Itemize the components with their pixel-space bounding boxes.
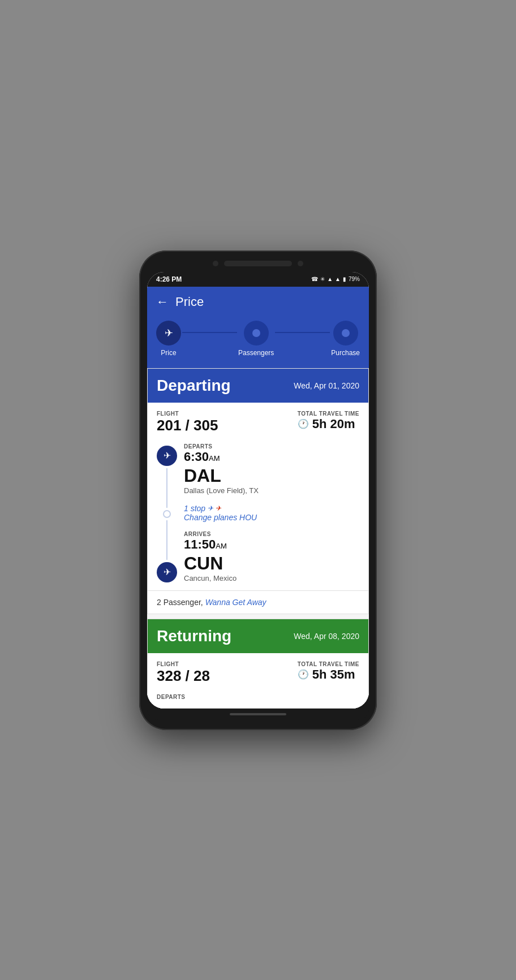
step-passengers-label: Passengers (238, 349, 274, 357)
passenger-count: 2 Passenger, (157, 598, 203, 607)
battery-percent: 79% (349, 276, 360, 282)
passenger-info: 2 Passenger, Wanna Get Away (148, 590, 368, 614)
phone-speaker (224, 261, 292, 266)
plane-change-icon: ✈ (208, 504, 213, 512)
app-header: ← Price ✈ Price Passengers (147, 287, 369, 368)
step-line-2 (275, 332, 330, 333)
departs-label: DEPARTS (184, 443, 359, 450)
departing-info: FLIGHT 201 / 305 TOTAL TRAVEL TIME 🕐 5h … (148, 403, 368, 590)
departing-title: Departing (157, 377, 231, 395)
home-bar (230, 713, 286, 715)
bluetooth-icon: ✳ (320, 276, 325, 282)
purchase-dot (342, 329, 350, 337)
network-icon: ▲ (335, 276, 341, 282)
arrival-block: ARRIVES 11:50AM CUN Cancun, Mexico (184, 531, 359, 582)
step-passengers[interactable]: Passengers (238, 321, 274, 357)
arrive-time: 11:50 (184, 537, 216, 551)
returning-clock-icon: 🕐 (298, 669, 309, 680)
step-price[interactable]: ✈ Price (156, 321, 181, 357)
returning-travel-time-text: 5h 35m (312, 667, 355, 682)
route-line-top (166, 468, 167, 508)
returning-travel-time-value: 🕐 5h 35m (298, 667, 359, 682)
travel-time-text: 5h 20m (312, 417, 355, 431)
returning-flight-number-block: FLIGHT 328 / 28 (157, 661, 210, 685)
returning-flight-number: 328 / 28 (157, 667, 210, 685)
accessibility-icon: ☎ (311, 276, 318, 282)
plane-change-icon2: ✈ (216, 504, 221, 512)
back-button[interactable]: ← (156, 295, 169, 309)
travel-time-block: TOTAL TRAVEL TIME 🕐 5h 20m (298, 411, 359, 431)
returning-date: Wed, Apr 08, 2020 (294, 632, 359, 641)
depart-ampm: AM (209, 454, 220, 463)
returning-flight-meta: FLIGHT 328 / 28 TOTAL TRAVEL TIME 🕐 5h 3… (157, 661, 359, 685)
flight-number-block: FLIGHT 201 / 305 (157, 411, 218, 434)
home-indicator (147, 709, 369, 720)
status-icons: ☎ ✳ ▲ ▲ ▮ 79% (311, 276, 360, 282)
returning-departs-label: DEPARTS (157, 694, 359, 700)
returning-info: FLIGHT 328 / 28 TOTAL TRAVEL TIME 🕐 5h 3… (148, 653, 368, 708)
step-purchase-circle (333, 321, 358, 346)
stop-dot (163, 510, 171, 518)
returning-header: Returning Wed, Apr 08, 2020 (148, 619, 368, 653)
step-price-circle: ✈ (156, 321, 181, 346)
arrives-label: ARRIVES (184, 531, 359, 537)
step-price-label: Price (161, 349, 176, 357)
stop-detail: Change planes HOU (184, 513, 359, 522)
flight-route: ✈ ✈ DEPARTS 6:30AM (157, 443, 359, 582)
origin-code: DAL (184, 465, 359, 486)
stop-count: 1 stop (184, 504, 205, 513)
departing-card: Departing Wed, Apr 01, 2020 FLIGHT 201 /… (147, 368, 369, 614)
stop-count-line: 1 stop ✈ ✈ (184, 504, 359, 513)
header-title: Price (175, 295, 204, 309)
arrive-time-display: 11:50AM (184, 537, 359, 552)
step-purchase-label: Purchase (331, 349, 360, 357)
flight-meta: FLIGHT 201 / 305 TOTAL TRAVEL TIME 🕐 5h … (157, 411, 359, 434)
departing-header: Departing Wed, Apr 01, 2020 (148, 369, 368, 403)
route-timeline: ✈ ✈ (157, 443, 177, 582)
step-purchase[interactable]: Purchase (331, 321, 360, 357)
phone-frame: 4:26 PM ☎ ✳ ▲ ▲ ▮ 79% ← Price ✈ (139, 251, 377, 730)
step-passengers-circle (244, 321, 269, 346)
status-time: 4:26 PM (156, 275, 182, 283)
departure-block: DEPARTS 6:30AM DAL Dallas (Love Field), … (184, 443, 359, 495)
step-line-1 (182, 332, 237, 333)
travel-time-label: TOTAL TRAVEL TIME (298, 411, 359, 417)
dest-name: Cancun, Mexico (184, 574, 359, 582)
header-nav: ← Price (156, 295, 360, 309)
returning-travel-time-label: TOTAL TRAVEL TIME (298, 661, 359, 667)
arrive-plane-icon: ✈ (157, 562, 177, 582)
progress-steps: ✈ Price Passengers Purchase (156, 321, 360, 368)
returning-travel-time-block: TOTAL TRAVEL TIME 🕐 5h 35m (298, 661, 359, 682)
plane-icon: ✈ (165, 327, 173, 339)
battery-icon: ▮ (343, 276, 346, 282)
origin-name: Dallas (Love Field), TX (184, 486, 359, 495)
returning-title: Returning (157, 627, 231, 645)
depart-time: 6:30 (184, 450, 209, 464)
content-area: Departing Wed, Apr 01, 2020 FLIGHT 201 /… (147, 368, 369, 709)
returning-card: Returning Wed, Apr 08, 2020 FLIGHT 328 /… (147, 619, 369, 709)
clock-icon: 🕐 (298, 418, 309, 429)
status-bar: 4:26 PM ☎ ✳ ▲ ▲ ▮ 79% (147, 272, 369, 287)
flight-number: 201 / 305 (157, 417, 218, 434)
returning-flight-label: FLIGHT (157, 661, 210, 667)
departing-date: Wed, Apr 01, 2020 (294, 381, 359, 390)
depart-plane-icon: ✈ (157, 446, 177, 466)
dest-code: CUN (184, 553, 359, 574)
phone-screen: 4:26 PM ☎ ✳ ▲ ▲ ▮ 79% ← Price ✈ (147, 272, 369, 709)
fare-type: Wanna Get Away (205, 598, 266, 607)
route-details: DEPARTS 6:30AM DAL Dallas (Love Field), … (184, 443, 359, 582)
passengers-dot (252, 329, 260, 337)
flight-label: FLIGHT (157, 411, 218, 417)
route-line-bottom (166, 520, 167, 560)
depart-time-display: 6:30AM (184, 450, 359, 464)
travel-time-value: 🕐 5h 20m (298, 417, 359, 431)
stop-info: 1 stop ✈ ✈ Change planes HOU (184, 504, 359, 522)
signal-icon: ▲ (327, 276, 333, 282)
arrive-ampm: AM (216, 542, 227, 550)
